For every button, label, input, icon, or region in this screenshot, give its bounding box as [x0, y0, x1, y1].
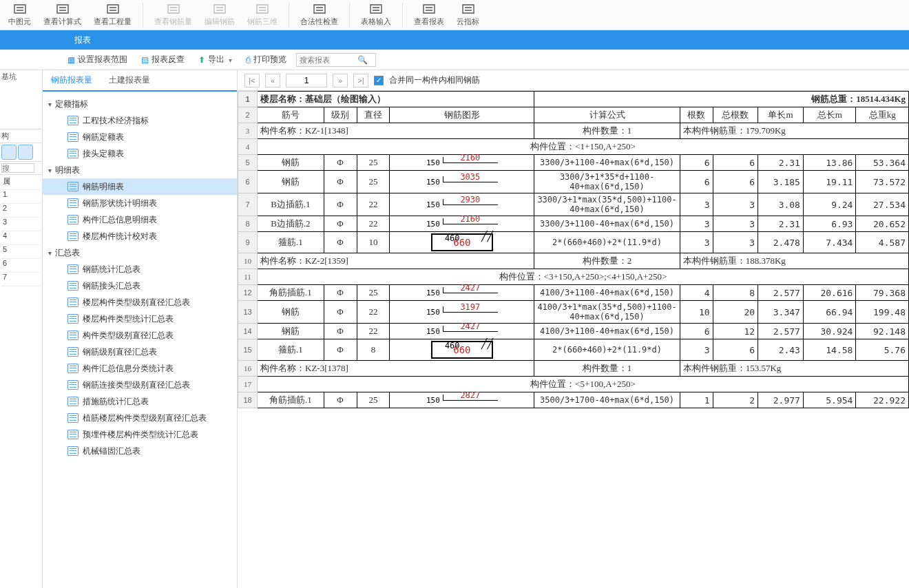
rebar-total-len: 14.58 — [803, 339, 856, 361]
rebar-shape: 1502160 — [393, 158, 531, 167]
page-prev[interactable]: « — [265, 74, 280, 87]
left-row[interactable]: 6 — [1, 259, 41, 273]
left-row[interactable]: 4 — [1, 231, 41, 245]
left-row[interactable]: 1 — [1, 190, 41, 204]
rebar-total-qty: 3 — [713, 232, 758, 253]
tree-item[interactable]: 钢筋级别直径汇总表 — [43, 344, 237, 360]
col-header: 总根数 — [713, 107, 758, 123]
report-search[interactable]: 🔍 — [296, 53, 376, 67]
report-search-input[interactable] — [300, 56, 357, 64]
tree-item[interactable]: 楼层构件类型统计汇总表 — [43, 311, 237, 327]
view-thumb-icon[interactable] — [18, 145, 33, 160]
ribbon-1[interactable]: 查看计算式 — [39, 1, 85, 28]
ribbon-icon — [461, 3, 476, 15]
rebar-formula: 4100/3+1100-40+max(6*d,150) — [534, 285, 680, 301]
tree-item[interactable]: 楼层构件统计校对表 — [43, 228, 237, 244]
tree-item[interactable]: 构件汇总信息明细表 — [43, 211, 237, 228]
group-label: 定额指标 — [55, 98, 88, 110]
report-scroll[interactable]: 1楼层名称：基础层（绘图输入）钢筋总重：18514.434Kg2筋号级别直径钢筋… — [238, 91, 909, 588]
doc-icon — [67, 116, 79, 125]
tab-report[interactable]: 报表 — [65, 30, 101, 50]
tab-civil-reports[interactable]: 土建报表量 — [101, 70, 158, 90]
rebar-qty: 6 — [680, 171, 713, 193]
left-row[interactable]: 7 — [1, 273, 41, 286]
left-search-input[interactable] — [1, 163, 34, 173]
tree-item-label: 机械锚固汇总表 — [83, 445, 140, 457]
tab-rebar-reports[interactable]: 钢筋报表量 — [43, 70, 101, 92]
search-icon[interactable]: 🔍 — [357, 55, 368, 65]
tree-item[interactable]: 楼层构件类型级别直径汇总表 — [43, 294, 237, 311]
rebar-formula: 4100/3+1*max(35*d,500)+1100-40+max(6*d,1… — [534, 301, 680, 324]
ribbon-label: 编辑钢筋 — [205, 17, 235, 27]
ribbon-icon — [105, 3, 121, 15]
tree-item[interactable]: 预埋件楼层构件类型统计汇总表 — [43, 426, 237, 443]
rebar-weight: 20.652 — [856, 216, 909, 232]
rebar-total-qty: 8 — [713, 285, 758, 301]
tree-item[interactable]: 钢筋接头汇总表 — [43, 277, 237, 294]
rebar-formula: 3300/3+1100-40+max(6*d,150) — [534, 155, 680, 171]
component-qty: 构件数量：1 — [534, 123, 680, 139]
component-weight: 本构件钢筋重：179.709Kg — [680, 123, 908, 139]
row-num: 3 — [238, 123, 258, 139]
view-list-icon[interactable] — [1, 145, 17, 160]
tree-item[interactable]: 机械锚固汇总表 — [43, 443, 237, 459]
rebar-total-len: 20.616 — [803, 285, 856, 301]
ribbon-label: 查看报表 — [414, 17, 444, 27]
row-num: 1 — [238, 92, 258, 107]
rebar-total-qty: 6 — [713, 155, 758, 171]
ribbon-7[interactable]: 表格输入 — [357, 1, 395, 28]
col-header: 级别 — [324, 107, 357, 123]
left-row[interactable]: 5 — [1, 245, 41, 259]
tree-item[interactable]: 接头定额表 — [43, 145, 237, 162]
ribbon-8[interactable]: 查看报表 — [410, 1, 448, 28]
tree-group[interactable]: 汇总表 — [43, 244, 237, 261]
tree-item-label: 构件汇总信息明细表 — [83, 214, 157, 226]
ribbon-icon — [421, 3, 437, 15]
left-row-header: 属 — [1, 176, 41, 190]
ribbon-0[interactable]: 中图元 — [4, 1, 35, 28]
doc-icon — [67, 198, 79, 208]
rebar-shape-cell: 1503197 — [390, 301, 534, 324]
ribbon-icon — [312, 3, 327, 15]
tree-item[interactable]: 植筋楼层构件类型级别直径汇总表 — [43, 410, 237, 426]
tree-item[interactable]: 钢筋连接类型级别直径汇总表 — [43, 377, 237, 393]
tree-item[interactable]: 钢筋明细表 — [43, 178, 237, 195]
btn-recheck[interactable]: ▤报表反查 — [137, 52, 189, 67]
tree-item[interactable]: 构件类型级别直径汇总表 — [43, 327, 237, 344]
left-view-toggle — [0, 143, 42, 162]
component-name: 构件名称：KZ-3[1378] — [258, 361, 534, 377]
left-row[interactable]: 2 — [1, 204, 41, 218]
doc-icon — [67, 413, 79, 423]
rebar-total-qty: 3 — [713, 193, 758, 216]
ribbon-label: 中图元 — [8, 17, 31, 27]
tree-item[interactable]: 钢筋统计汇总表 — [43, 261, 237, 277]
page-last[interactable]: >| — [353, 74, 368, 87]
tree-item[interactable]: 钢筋定额表 — [43, 129, 237, 145]
btn-export[interactable]: ⬆导出 — [194, 52, 236, 67]
btn-print[interactable]: ⎙打印预览 — [242, 52, 291, 67]
col-header: 钢筋图形 — [390, 107, 534, 123]
page-first[interactable]: |< — [244, 74, 260, 87]
ribbon-2[interactable]: 查看工程量 — [90, 1, 136, 28]
rebar-grade: Φ — [324, 232, 357, 253]
rebar-grade: Φ — [324, 155, 357, 171]
tree-item[interactable]: 构件汇总信息分类统计表 — [43, 360, 237, 377]
ribbon-6[interactable]: 合法性检查 — [296, 1, 342, 28]
tree-item[interactable]: 措施筋统计汇总表 — [43, 393, 237, 410]
page-next[interactable]: » — [333, 74, 348, 87]
ribbon-label: 查看钢筋量 — [154, 17, 192, 27]
left-row[interactable]: 3 — [1, 218, 41, 231]
ribbon-9[interactable]: 云指标 — [452, 1, 483, 28]
tree-group[interactable]: 定额指标 — [43, 96, 237, 112]
btn-set-range[interactable]: ▦设置报表范围 — [63, 52, 132, 67]
ribbon-label: 云指标 — [457, 17, 479, 27]
rebar-total-qty: 2 — [713, 392, 758, 408]
merge-checkbox[interactable]: ✓ — [374, 76, 384, 85]
doc-icon — [67, 297, 79, 307]
left-strip-list: 属 1234567 — [0, 175, 42, 588]
tree-item[interactable]: 工程技术经济指标 — [43, 112, 237, 129]
rebar-dia: 25 — [357, 285, 390, 301]
tree-group[interactable]: 明细表 — [43, 162, 237, 178]
tree-item[interactable]: 钢筋形状统计明细表 — [43, 195, 237, 211]
page-input[interactable] — [286, 74, 327, 87]
